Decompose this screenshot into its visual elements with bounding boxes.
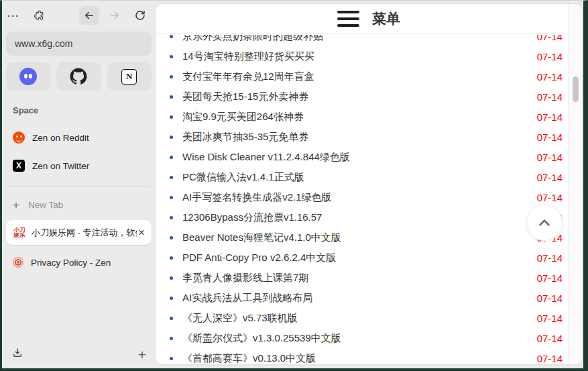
tab-privacy-policy[interactable]: Privacy Policy - Zen [13, 257, 152, 268]
forward-button[interactable] [105, 6, 125, 25]
article-link[interactable]: Wise Disk Cleaner v11.2.4.844绿色版 [182, 151, 537, 164]
article-link[interactable]: PDF Anti-Copy Pro v2.6.2.4中文版 [182, 252, 537, 264]
article-link[interactable]: 《首都高赛车》v0.13.0中文版 [182, 352, 537, 365]
sidebar-item-label: Zen on Twitter [32, 161, 89, 171]
bullet-icon [170, 176, 173, 179]
article-link[interactable]: PC微信输入法v1.4.1正式版 [182, 171, 537, 184]
sidebar: ··· [2, 1, 156, 368]
article-date: 07-14 [537, 192, 563, 203]
list-item: PC微信输入法v1.4.1正式版07-14 [156, 167, 568, 187]
article-date: 07-14 [537, 51, 563, 62]
article-link[interactable]: 《斯盖尔仪式》v1.3.0.25539中文版 [182, 332, 537, 345]
zen-logo-icon [13, 257, 23, 268]
bullet-icon [170, 337, 173, 340]
back-to-top-button[interactable] [526, 205, 563, 241]
bullet-icon [170, 55, 173, 58]
discord-icon [19, 68, 37, 85]
article-date: 07-14 [537, 91, 563, 103]
nav-toolbar: ··· [6, 5, 152, 26]
bullet-icon [170, 216, 173, 219]
scrollbar-thumb[interactable] [573, 76, 579, 102]
list-item: 《斯盖尔仪式》v1.3.0.25539中文版07-14 [156, 328, 568, 348]
article-link[interactable]: 淘宝9.9元买美团264张神券 [182, 111, 537, 123]
new-tab-label: New Tab [28, 200, 63, 210]
article-link[interactable]: 美团每天抢15-15元外卖神券 [182, 91, 537, 103]
article-link[interactable]: 李觅青人像摄影线上课第7期 [182, 272, 537, 284]
article-date: 07-14 [537, 71, 563, 83]
extensions-puzzle-icon[interactable] [29, 6, 49, 25]
menu-label: 菜单 [372, 9, 400, 28]
active-tab-title: 小刀娱乐网 - 专注活动，软件 [32, 227, 137, 239]
sidebar-item-label: Zen on Reddit [32, 133, 89, 143]
bullet-icon [170, 357, 173, 360]
github-icon [70, 68, 87, 85]
reddit-icon [13, 131, 25, 144]
list-item: 李觅青人像摄影线上课第7期07-14 [156, 268, 568, 288]
active-tab[interactable]: 小刀 娱乐 小刀娱乐网 - 专注活动，软件 × [6, 220, 152, 245]
article-link[interactable]: 支付宝年年有余兑12周年盲盒 [182, 70, 537, 83]
new-tab-button[interactable]: + New Tab [13, 199, 152, 211]
x-twitter-icon: X [13, 160, 25, 172]
bullet-icon [170, 196, 173, 199]
bullet-icon [170, 236, 173, 240]
shortcut-notion[interactable]: N [107, 62, 152, 91]
list-item: Beaver Notes海狸笔记v4.1.0中文版07-14 [156, 227, 568, 248]
sidebar-item-zen-on-reddit[interactable]: Zen on Reddit [13, 131, 152, 144]
list-item: 《首都高赛车》v0.13.0中文版07-14 [156, 348, 568, 364]
list-item: 京东外卖点奶茶限时的超级补贴07-14 [156, 35, 568, 46]
bullet-icon [170, 115, 173, 119]
new-tab-plus-icon[interactable]: + [138, 348, 146, 362]
bullet-icon [170, 297, 173, 300]
article-date: 07-14 [537, 172, 563, 183]
plus-icon: + [13, 199, 19, 211]
list-item: 支付宝年年有余兑12周年盲盒07-14 [156, 66, 568, 87]
back-button[interactable] [79, 6, 99, 25]
article-link[interactable]: 14号淘宝特别整理好货买买买 [182, 50, 537, 63]
article-date: 07-14 [537, 313, 563, 324]
article-date: 07-14 [537, 272, 563, 284]
favicon-text: 娱乐 [13, 233, 25, 238]
shortcut-row: N [6, 62, 152, 91]
article-date: 07-14 [537, 35, 563, 42]
list-item: 《无人深空》v5.73联机版07-14 [156, 308, 568, 328]
article-link[interactable]: AI手写签名转换生成器v2.1绿色版 [182, 191, 537, 204]
bullet-icon [170, 75, 173, 78]
notion-icon: N [121, 69, 137, 85]
url-bar[interactable] [6, 32, 152, 56]
shortcut-discord[interactable] [6, 62, 50, 91]
bullet-icon [170, 95, 173, 99]
close-tab-icon[interactable]: × [137, 227, 146, 238]
article-link[interactable]: AI实战兵法从工具到战略布局 [182, 292, 537, 305]
article-date: 07-14 [537, 111, 563, 123]
webpage-content: 菜单 京东外卖点奶茶限时的超级补贴07-1414号淘宝特别整理好货买买买07-1… [156, 4, 582, 364]
list-item: AI实战兵法从工具到战略布局07-14 [156, 288, 568, 308]
browser-window-frame: ··· [0, 0, 588, 371]
site-favicon: 小刀 娱乐 [12, 225, 27, 240]
downloads-icon[interactable] [11, 347, 23, 362]
reload-button[interactable] [130, 6, 150, 25]
list-item: AI手写签名转换生成器v2.1绿色版07-14 [156, 187, 568, 207]
article-link[interactable]: 12306Bypass分流抢票v1.16.57 [182, 211, 537, 224]
article-date: 07-14 [537, 252, 563, 264]
tab-title: Privacy Policy - Zen [31, 258, 111, 268]
shortcut-github[interactable] [56, 62, 101, 91]
article-link[interactable]: 《无人深空》v5.73联机版 [182, 312, 537, 325]
article-date: 07-14 [537, 152, 563, 163]
bullet-icon [170, 156, 173, 159]
article-link[interactable]: Beaver Notes海狸笔记v4.1.0中文版 [182, 231, 537, 244]
page-header: 菜单 [156, 4, 582, 34]
hamburger-menu-icon[interactable] [337, 11, 359, 27]
list-item: PDF Anti-Copy Pro v2.6.2.4中文版07-14 [156, 248, 568, 268]
more-options-icon[interactable]: ··· [7, 10, 19, 21]
list-item: Wise Disk Cleaner v11.2.4.844绿色版07-14 [156, 147, 568, 167]
bullet-icon [170, 136, 173, 139]
article-link[interactable]: 美团冰爽节抽35-35元免单券 [182, 131, 537, 144]
list-item: 美团每天抢15-15元外卖神券07-14 [156, 87, 568, 107]
bullet-icon [170, 276, 173, 280]
bullet-icon [170, 317, 173, 320]
article-link[interactable]: 京东外卖点奶茶限时的超级补贴 [182, 35, 537, 43]
scrollbar-track[interactable] [568, 4, 582, 364]
article-list: 京东外卖点奶茶限时的超级补贴07-1414号淘宝特别整理好货买买买07-14支付… [156, 35, 568, 364]
url-input[interactable] [15, 38, 143, 49]
sidebar-item-zen-on-twitter[interactable]: X Zen on Twitter [13, 160, 152, 172]
